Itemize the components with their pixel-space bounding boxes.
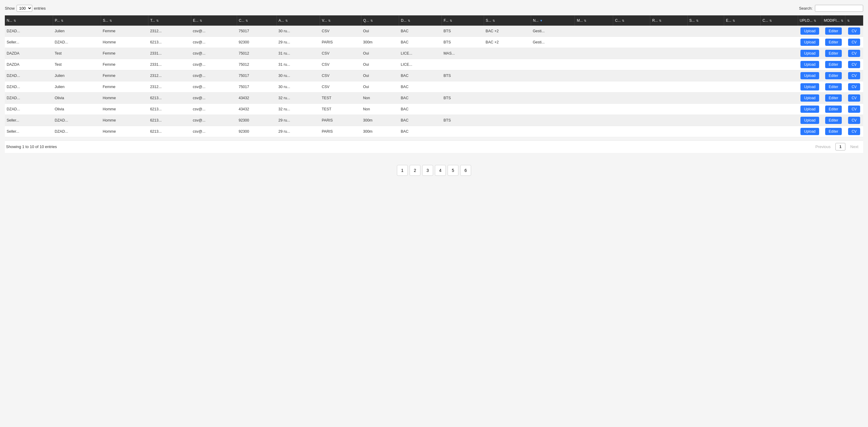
cv-button-row6[interactable]: CV (848, 94, 861, 102)
cell-row3-col14 (613, 59, 650, 70)
cell-row2-col6: 31 ru... (277, 48, 320, 59)
cv-button-row7[interactable]: CV (848, 105, 861, 113)
col-header-v[interactable]: V...⇅ (320, 16, 361, 26)
cell-row1-col14 (613, 37, 650, 48)
upload-button-row7[interactable]: Upload (801, 105, 819, 113)
edit-button-row0[interactable]: Editer (825, 27, 842, 35)
upload-cell-row6: Upload (798, 93, 822, 104)
col-header-s2[interactable]: S...⇅ (484, 16, 531, 26)
cell-row2-col12 (531, 48, 575, 59)
upload-button-row1[interactable]: Upload (801, 39, 819, 46)
upload-button-row4[interactable]: Upload (801, 72, 819, 79)
edit-button-row5[interactable]: Editer (825, 83, 842, 90)
sort-icon-e: ⇅ (200, 19, 202, 22)
num-page-4[interactable]: 4 (435, 165, 446, 176)
col-header-n[interactable]: N...⇅ (5, 16, 53, 26)
col-header-c2[interactable]: C...⇅ (613, 16, 650, 26)
col-header-d[interactable]: D...⇅ (399, 16, 442, 26)
cv-button-row2[interactable]: CV (848, 50, 861, 57)
col-header-m[interactable]: M...⇅ (575, 16, 613, 26)
col-header-s3[interactable]: S...⇅ (687, 16, 724, 26)
cell-row4-col14 (613, 70, 650, 82)
upload-button-row0[interactable]: Upload (801, 27, 819, 35)
table-row: DZAD...JulienFemme2312...csv@...7501730 … (5, 70, 863, 82)
edit-button-row1[interactable]: Editer (825, 39, 842, 46)
col-header-f[interactable]: F...⇅ (441, 16, 484, 26)
prev-button[interactable]: Previous (812, 143, 834, 150)
search-input[interactable] (815, 5, 863, 12)
edit-button-row7[interactable]: Editer (825, 105, 842, 113)
cv-button-row9[interactable]: CV (848, 128, 861, 135)
col-header-modifi[interactable]: MODIFI...⇅ (822, 16, 845, 26)
table-row: DAZDATestFemme2331...csv@...7501231 ru..… (5, 59, 863, 70)
cell-row5-col13 (575, 82, 613, 93)
cv-button-row4[interactable]: CV (848, 72, 861, 79)
cell-row0-col6: 30 ru... (277, 26, 320, 37)
edit-cell-row4: Editer (822, 70, 845, 82)
cell-row9-col17 (724, 126, 760, 137)
cv-button-row5[interactable]: CV (848, 83, 861, 90)
col-header-upload[interactable]: UPLO...⇅ (798, 16, 822, 26)
num-page-2[interactable]: 2 (409, 165, 421, 176)
cell-row2-col9: LICE... (399, 48, 442, 59)
edit-button-row4[interactable]: Editer (825, 72, 842, 79)
col-header-s[interactable]: S...⇅ (101, 16, 148, 26)
cell-row4-col8: Oui (361, 70, 399, 82)
col-header-t[interactable]: T...⇅ (148, 16, 191, 26)
cv-button-row0[interactable]: CV (848, 27, 861, 35)
edit-button-row9[interactable]: Editer (825, 128, 842, 135)
sort-icon-n2: ▼ (540, 19, 543, 22)
edit-button-row3[interactable]: Editer (825, 61, 842, 68)
upload-button-row2[interactable]: Upload (801, 50, 819, 57)
cell-row2-col11 (484, 48, 531, 59)
cv-button-row3[interactable]: CV (848, 61, 861, 68)
col-header-e2[interactable]: E...⇅ (724, 16, 760, 26)
col-header-r[interactable]: R...⇅ (650, 16, 687, 26)
edit-button-row2[interactable]: Editer (825, 50, 842, 57)
cv-button-row1[interactable]: CV (848, 39, 861, 46)
cell-row1-col5: 92300 (237, 37, 277, 48)
col-header-c3[interactable]: C...⇅ (761, 16, 798, 26)
cell-row9-col7: PARIS (320, 126, 361, 137)
cell-row3-col7: CSV (320, 59, 361, 70)
cell-row5-col16 (687, 82, 724, 93)
col-header-n2[interactable]: N...▼ (531, 16, 575, 26)
col-header-a[interactable]: A...⇅ (277, 16, 320, 26)
cell-row6-col15 (650, 93, 687, 104)
cv-button-row8[interactable]: CV (848, 117, 861, 124)
col-header-c[interactable]: C...⇅ (237, 16, 277, 26)
cell-row6-col10: BTS (441, 93, 484, 104)
upload-button-row8[interactable]: Upload (801, 117, 819, 124)
cell-row1-col13 (575, 37, 613, 48)
cell-row4-col13 (575, 70, 613, 82)
col-header-e[interactable]: E...⇅ (191, 16, 237, 26)
upload-button-row3[interactable]: Upload (801, 61, 819, 68)
cell-row8-col17 (724, 115, 760, 126)
cell-row6-col8: Non (361, 93, 399, 104)
edit-button-row8[interactable]: Editer (825, 117, 842, 124)
cell-row5-col10 (441, 82, 484, 93)
num-page-5[interactable]: 5 (447, 165, 459, 176)
next-button[interactable]: Next (846, 143, 862, 150)
cell-row5-col4: csv@... (191, 82, 237, 93)
edit-button-row6[interactable]: Editer (825, 94, 842, 102)
num-page-1[interactable]: 1 (397, 165, 408, 176)
cell-row5-col7: CSV (320, 82, 361, 93)
cell-row7-col3: 6213... (148, 104, 191, 115)
cell-row0-col9: BAC (399, 26, 442, 37)
cv-cell-row6: CV (845, 93, 863, 104)
col-header-cv[interactable]: ⇅ (845, 16, 863, 26)
page-1-button[interactable]: 1 (835, 143, 845, 150)
entries-select[interactable]: 10 25 50 100 (17, 5, 32, 12)
num-page-6[interactable]: 6 (460, 165, 471, 176)
cell-row3-col1: Test (53, 59, 101, 70)
col-header-q[interactable]: Q...⇅ (361, 16, 399, 26)
upload-cell-row0: Upload (798, 26, 822, 37)
sort-icon-q: ⇅ (370, 19, 373, 22)
col-header-p[interactable]: P...⇅ (53, 16, 101, 26)
cell-row6-col3: 6213... (148, 93, 191, 104)
upload-button-row9[interactable]: Upload (801, 128, 819, 135)
upload-button-row5[interactable]: Upload (801, 83, 819, 90)
num-page-3[interactable]: 3 (422, 165, 433, 176)
upload-button-row6[interactable]: Upload (801, 94, 819, 102)
